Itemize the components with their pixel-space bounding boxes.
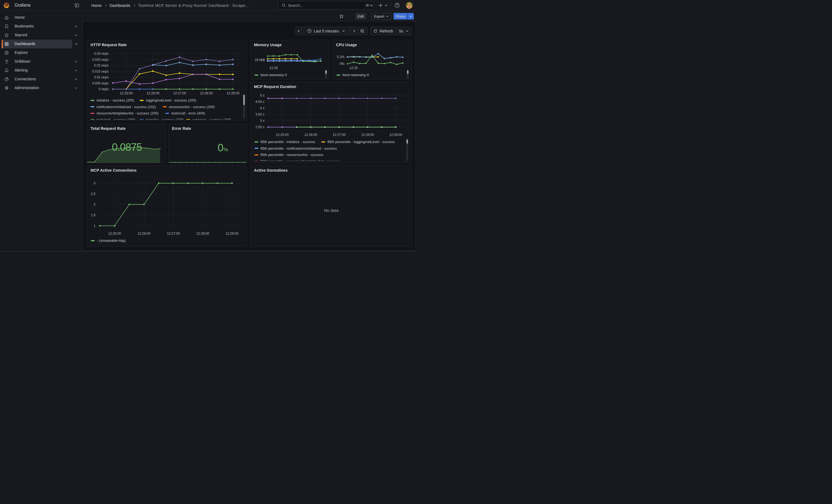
svg-text:1: 1 — [94, 224, 96, 228]
svg-text:1.5: 1.5 — [91, 213, 96, 217]
svg-text:2: 2 — [94, 203, 96, 206]
svg-text:4.50 s: 4.50 s — [255, 100, 264, 104]
svg-text:12:29:00: 12:29:00 — [389, 133, 402, 137]
svg-text:12:27:00: 12:27:00 — [333, 133, 345, 137]
svg-text:12:28:00: 12:28:00 — [196, 232, 209, 236]
svg-text:12:28:00: 12:28:00 — [200, 91, 213, 95]
svg-text:12:25: 12:25 — [349, 66, 358, 70]
svg-text:0.025 req/s: 0.025 req/s — [92, 58, 109, 62]
svg-text:12:27:00: 12:27:00 — [167, 232, 180, 236]
svg-text:3: 3 — [94, 181, 96, 185]
svg-text:0.005 req/s: 0.005 req/s — [92, 81, 109, 85]
svg-text:12:25:00: 12:25:00 — [120, 91, 133, 95]
svg-text:12:28:00: 12:28:00 — [361, 133, 374, 137]
svg-text:12:25:00: 12:25:00 — [108, 232, 121, 236]
svg-text:12:26:00: 12:26:00 — [147, 91, 160, 95]
svg-text:16 MiB: 16 MiB — [255, 58, 265, 62]
svg-text:3 s: 3 s — [260, 119, 264, 123]
svg-text:12:26:00: 12:26:00 — [304, 133, 317, 137]
svg-text:0.015 req/s: 0.015 req/s — [92, 70, 109, 74]
svg-text:5 s: 5 s — [260, 94, 264, 97]
svg-text:0 req/s: 0 req/s — [99, 87, 109, 91]
svg-text:2.50 s: 2.50 s — [255, 125, 264, 129]
svg-text:4 s: 4 s — [260, 106, 264, 110]
svg-text:12:26:00: 12:26:00 — [137, 232, 151, 236]
svg-text:12:29:00: 12:29:00 — [226, 232, 238, 236]
svg-text:12:25: 12:25 — [270, 66, 278, 70]
svg-text:0.02 req/s: 0.02 req/s — [94, 63, 109, 68]
svg-text:0.01 req/s: 0.01 req/s — [94, 75, 109, 79]
svg-text:0%: 0% — [340, 62, 345, 66]
svg-text:2.5: 2.5 — [91, 192, 96, 196]
svg-text:12:25:00: 12:25:00 — [276, 133, 289, 137]
svg-text:3.50 s: 3.50 s — [255, 112, 264, 116]
svg-text:0.2%: 0.2% — [337, 55, 345, 59]
svg-text:12:27:00: 12:27:00 — [173, 91, 186, 95]
svg-text:0.03 req/s: 0.03 req/s — [94, 52, 109, 56]
svg-text:12:29:00: 12:29:00 — [227, 91, 240, 95]
